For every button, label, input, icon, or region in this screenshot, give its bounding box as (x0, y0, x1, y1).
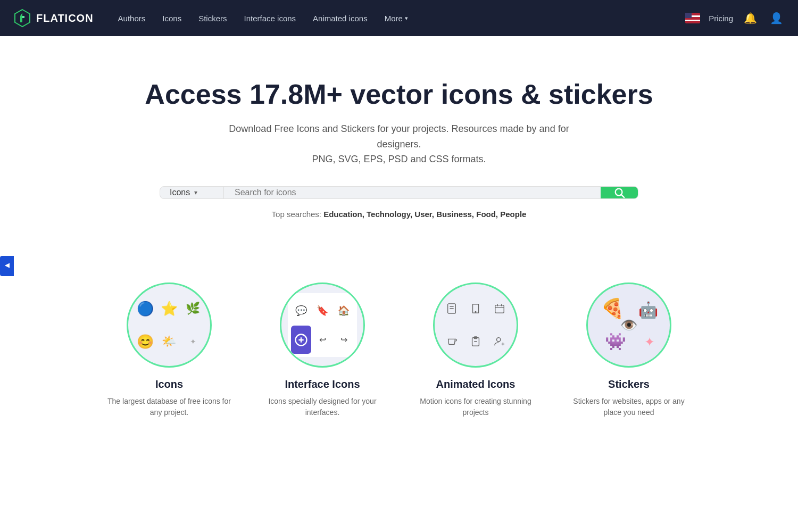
category-icons-desc: The largest database of free icons for a… (105, 396, 233, 418)
svg-marker-2 (20, 16, 22, 22)
search-icon (613, 187, 625, 198)
icon-preview-star: ⭐ (159, 293, 180, 324)
iface-highlight (291, 326, 311, 354)
categories-section: 🔵 ⭐ 🌿 😊 🌤️ ✦ Icons The largest database … (0, 282, 798, 461)
nav-item-authors[interactable]: Authors (111, 10, 153, 27)
top-search-people[interactable]: People (500, 210, 526, 219)
category-interface-icons-desc: Icons specially designed for your interf… (259, 396, 386, 418)
plus-icon (294, 332, 309, 347)
navbar-nav: Authors Icons Stickers Interface icons A… (111, 10, 686, 27)
sticker-eye: 👁️ (620, 317, 637, 334)
svg-marker-3 (22, 16, 24, 18)
logo-link[interactable]: FLATICON (13, 9, 94, 28)
top-search-technology[interactable]: Technology, (367, 210, 412, 219)
pricing-link[interactable]: Pricing (709, 14, 733, 23)
sidebar-tab[interactable]: ▶ (0, 256, 14, 276)
search-type-chevron: ▾ (194, 189, 197, 196)
nav-item-icons[interactable]: Icons (155, 10, 189, 27)
search-type-selector[interactable]: Icons ▾ (160, 187, 224, 198)
anim-cell-calendar (488, 293, 510, 324)
category-stickers-title: Stickers (608, 378, 650, 390)
category-stickers-desc: Stickers for websites, apps or any place… (565, 396, 693, 418)
chevron-down-icon: ▾ (405, 15, 408, 22)
anim-cell-clipboard (465, 326, 487, 357)
category-icons[interactable]: 🔵 ⭐ 🌿 😊 🌤️ ✦ Icons The largest database … (105, 282, 233, 418)
nav-item-more[interactable]: More ▾ (377, 10, 415, 27)
icon-preview-sun: 🌤️ (159, 326, 180, 357)
category-animated-icons-circle (433, 282, 518, 368)
svg-point-12 (475, 312, 476, 313)
svg-line-5 (621, 195, 624, 197)
cup-icon (446, 336, 458, 347)
category-interface-icons-circle: 💬 🔖 🏠 ↩ ↪ (280, 282, 365, 368)
nav-item-interface-icons[interactable]: Interface icons (237, 10, 304, 27)
category-animated-icons-desc: Motion icons for creating stunning proje… (412, 396, 539, 418)
phone-icon (470, 303, 481, 314)
svg-rect-13 (495, 305, 504, 313)
sticker-star2: ✦ (644, 335, 655, 350)
calendar-icon (494, 303, 505, 314)
category-stickers[interactable]: 🍕 🤖 👾 ✦ 👁️ Stickers Stickers for website… (565, 282, 693, 418)
svg-point-20 (496, 338, 500, 342)
category-icons-title: Icons (155, 378, 183, 390)
category-animated-icons-title: Animated Icons (436, 378, 516, 390)
category-interface-icons[interactable]: 💬 🔖 🏠 ↩ ↪ Interface Icons Icons speciall… (259, 282, 386, 418)
category-stickers-circle: 🍕 🤖 👾 ✦ 👁️ (586, 282, 671, 368)
category-icons-circle: 🔵 ⭐ 🌿 😊 🌤️ ✦ (127, 282, 212, 368)
icon-preview-leaf: 🌿 (182, 293, 204, 324)
sticker-robot: 🤖 (638, 301, 658, 319)
top-search-education[interactable]: Education, (323, 210, 364, 219)
iface-home: 🏠 (334, 296, 354, 325)
clipboard-icon (470, 336, 481, 347)
anim-cell-user (488, 326, 510, 357)
logo-text: FLATICON (36, 12, 94, 24)
hero-subtitle: Download Free Icons and Stickers for you… (213, 121, 585, 167)
category-animated-icons[interactable]: Animated Icons Motion icons for creating… (412, 282, 539, 418)
iface-undo: ↩ (312, 326, 332, 354)
search-input[interactable] (224, 187, 601, 198)
top-searches: Top searches: Education, Technology, Use… (11, 210, 787, 219)
navbar: FLATICON Authors Icons Stickers Interfac… (0, 0, 798, 36)
navbar-right: Pricing 🔔 👤 (685, 10, 785, 27)
icon-preview-extra: ✦ (182, 326, 204, 357)
category-interface-icons-title: Interface Icons (285, 378, 360, 390)
search-button[interactable] (601, 187, 638, 198)
anim-cell-cup (441, 326, 463, 357)
user-icon[interactable]: 👤 (768, 10, 785, 27)
search-bar: Icons ▾ (160, 186, 638, 199)
icon-preview-arrow: 🔵 (135, 293, 156, 324)
icon-preview-smile: 😊 (135, 326, 156, 357)
anim-cell-phone (465, 293, 487, 324)
iface-bookmark: 🔖 (312, 296, 332, 325)
notification-icon[interactable]: 🔔 (742, 10, 759, 27)
hero-title: Access 17.8M+ vector icons & stickers (11, 79, 787, 111)
sticker-monster: 👾 (605, 331, 626, 352)
iface-msg: 💬 (291, 296, 311, 325)
language-flag[interactable] (685, 13, 700, 23)
top-search-user[interactable]: User, (414, 210, 434, 219)
top-search-business[interactable]: Business, (436, 210, 474, 219)
user-add-icon (494, 336, 505, 347)
iface-redo: ↪ (334, 326, 354, 354)
file-icon (446, 303, 458, 314)
nav-item-stickers[interactable]: Stickers (191, 10, 234, 27)
anim-cell-file (441, 293, 463, 324)
top-search-food[interactable]: Food, (476, 210, 498, 219)
search-type-label: Icons (170, 188, 190, 197)
logo-icon (13, 9, 32, 28)
nav-item-animated-icons[interactable]: Animated icons (305, 10, 375, 27)
hero-section: Access 17.8M+ vector icons & stickers Do… (0, 36, 798, 282)
